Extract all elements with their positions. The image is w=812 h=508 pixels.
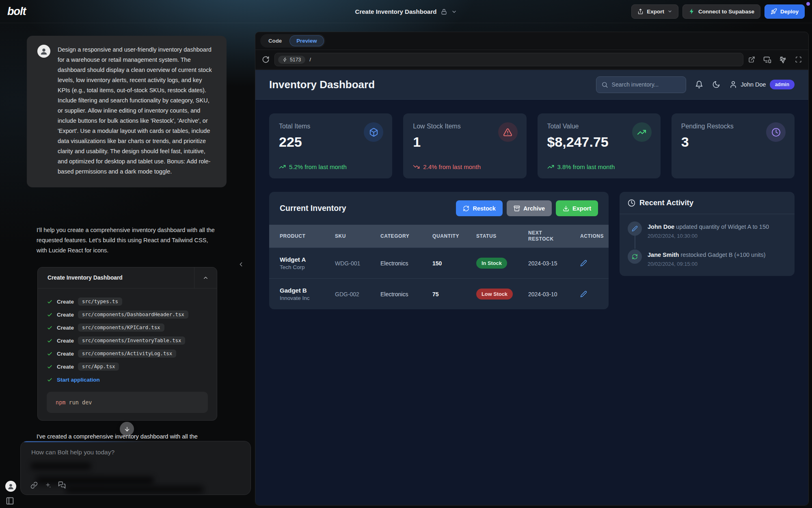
artifact-step: Create src/components/KPICard.tsx — [47, 321, 208, 334]
external-link-icon[interactable] — [748, 56, 755, 63]
product-sku: WDG-001 — [335, 260, 380, 267]
activity-timestamp: 20/02/2024, 09:15:00 — [648, 261, 766, 267]
devices-icon[interactable] — [763, 56, 771, 64]
share-icon — [637, 9, 644, 15]
current-inventory-panel: Current Inventory Restock Archive Exp — [269, 192, 609, 309]
trending-up-icon — [632, 122, 652, 142]
user-name: John Doe — [741, 81, 766, 88]
user-avatar — [37, 45, 50, 58]
table-row[interactable]: Gadget B Innovate Inc GDG-002 Electronic… — [269, 278, 609, 309]
search-input[interactable] — [612, 81, 681, 88]
col-sku: SKU — [335, 233, 380, 239]
connect-supabase-button[interactable]: Connect to Supabase — [682, 4, 760, 19]
redacted-text-blur — [65, 486, 203, 493]
link-icon[interactable] — [30, 482, 38, 489]
product-quantity[interactable]: 75 — [432, 291, 476, 297]
kpi-trend-text: 2.4% from last month — [423, 163, 481, 170]
dark-mode-toggle-moon-icon[interactable] — [712, 80, 720, 89]
export-csv-button[interactable]: Export — [556, 200, 598, 216]
col-category: CATEGORY — [380, 233, 432, 239]
collapse-chat-chevron[interactable] — [238, 261, 244, 268]
fullscreen-icon[interactable] — [795, 56, 802, 63]
step-file[interactable]: src/App.tsx — [78, 363, 119, 371]
tab-preview[interactable]: Preview — [289, 35, 324, 46]
preview-tool-icons — [748, 56, 802, 64]
project-title: Create Inventory Dashboard — [355, 8, 437, 15]
inventory-table-header: PRODUCT SKU CATEGORY QUANTITY STATUS NEX… — [269, 225, 609, 247]
check-icon — [47, 325, 53, 331]
account-avatar[interactable] — [5, 481, 16, 492]
url-path: / — [309, 56, 311, 63]
start-application-link[interactable]: Start application — [57, 377, 100, 383]
col-next-restock: NEXT RESTOCK — [528, 230, 561, 242]
step-action: Create — [57, 312, 74, 318]
edit-pencil-icon[interactable] — [580, 260, 609, 267]
table-row[interactable]: Widget A Tech Corp WDG-001 Electronics 1… — [269, 247, 609, 278]
top-bar: bolt Create Inventory Dashboard Export C… — [0, 0, 812, 23]
reload-icon[interactable] — [262, 56, 270, 63]
inspect-off-icon[interactable] — [780, 56, 787, 63]
notification-dot — [806, 2, 810, 6]
discuss-icon[interactable] — [58, 481, 66, 489]
preview-toolbar: 5173 / — [255, 50, 808, 69]
check-icon — [47, 312, 53, 318]
kpi-trend-text: 5.2% from last month — [289, 163, 347, 170]
product-sku: GDG-002 — [335, 291, 380, 297]
kpi-trend: 5.2% from last month — [279, 163, 347, 170]
topbar-actions: Export Connect to Supabase Deploy — [631, 4, 805, 19]
next-restock-date: 2024-03-10 — [528, 291, 580, 297]
activity-timestamp: 20/02/2024, 10:30:00 — [648, 233, 769, 239]
pencil-icon — [628, 221, 642, 236]
archive-label: Archive — [523, 205, 545, 212]
collapse-artifact-button[interactable] — [194, 267, 217, 289]
bell-icon[interactable] — [695, 80, 703, 89]
step-file[interactable]: src/components/ActivityLog.tsx — [78, 350, 176, 358]
start-application-step: Start application — [47, 373, 208, 386]
user-message: Design a responsive and user-friendly in… — [27, 36, 227, 187]
step-action: Create — [57, 338, 74, 344]
artifact-step: Create src/components/ActivityLog.tsx — [47, 347, 208, 360]
artifact-header[interactable]: Create Inventory Dashboard — [38, 267, 217, 289]
step-file[interactable]: src/components/InventoryTable.tsx — [78, 336, 185, 345]
inventory-search-box[interactable] — [596, 76, 686, 93]
dashboard-header: Inventory Dashboard John Doe admin — [255, 70, 808, 100]
sparkles-icon[interactable] — [44, 482, 52, 489]
export-button[interactable]: Export — [631, 4, 678, 19]
inventory-title: Current Inventory — [280, 204, 346, 213]
deploy-button[interactable]: Deploy — [764, 4, 805, 19]
chat-input-box[interactable] — [20, 441, 251, 495]
deploy-label: Deploy — [780, 9, 799, 15]
lock-icon — [441, 9, 447, 15]
port-pill[interactable]: 5173 — [278, 56, 305, 64]
bolt-logo[interactable]: bolt — [7, 5, 26, 18]
artifact-steps: Create src/types.ts Create src/component… — [38, 289, 217, 420]
kpi-trend: 3.8% from last month — [547, 163, 615, 170]
product-category: Electronics — [380, 291, 432, 297]
archive-button[interactable]: Archive — [507, 200, 552, 216]
supabase-zap-icon — [689, 8, 695, 15]
user-menu[interactable]: John Doe admin — [729, 80, 795, 89]
address-bar[interactable]: 5173 / — [274, 53, 743, 66]
step-file[interactable]: src/types.ts — [78, 297, 122, 306]
activity-user: John Doe — [648, 224, 674, 230]
product-quantity[interactable]: 150 — [432, 260, 476, 267]
product-category: Electronics — [380, 260, 432, 267]
chat-input-toolbar — [30, 481, 66, 489]
refresh-icon — [463, 205, 469, 212]
tab-code[interactable]: Code — [261, 35, 289, 46]
status-badge: In Stock — [476, 258, 507, 269]
kpi-trend: 2.4% from last month — [413, 163, 481, 170]
step-file[interactable]: src/components/DashboardHeader.tsx — [78, 310, 188, 319]
sidebar-toggle-icon[interactable] — [6, 497, 14, 505]
step-action: Create — [57, 351, 74, 357]
activity-title: Recent Activity — [639, 198, 693, 207]
package-icon — [364, 122, 383, 142]
restock-button[interactable]: Restock — [456, 200, 502, 216]
supabase-label: Connect to Supabase — [698, 9, 754, 15]
project-menu[interactable]: Create Inventory Dashboard — [355, 0, 457, 23]
step-file[interactable]: src/components/KPICard.tsx — [78, 323, 164, 332]
col-status: STATUS — [476, 233, 528, 239]
edit-pencil-icon[interactable] — [580, 291, 609, 297]
product-supplier: Tech Corp — [280, 264, 335, 270]
chat-input[interactable] — [31, 449, 234, 456]
